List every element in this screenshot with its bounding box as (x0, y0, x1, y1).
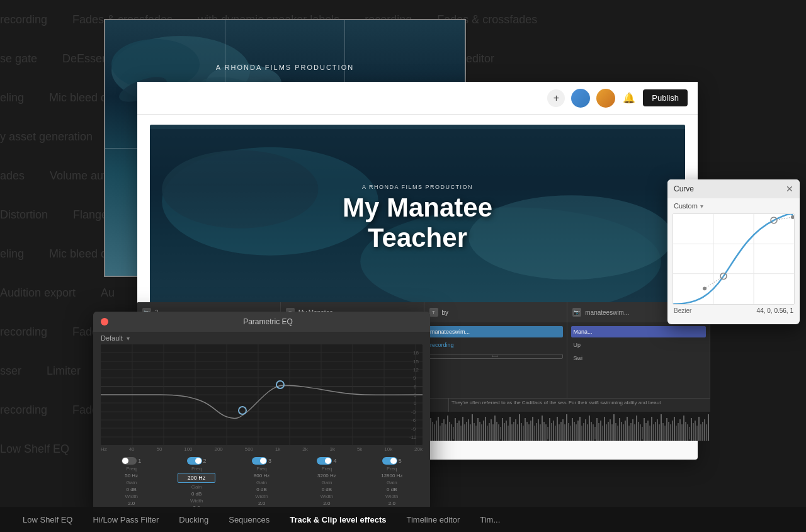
eq-freq-50: 50 (156, 446, 162, 452)
eq-toggle-track[interactable] (122, 457, 137, 465)
svg-rect-293 (659, 424, 660, 441)
eq-freq-value: 3200 Hz (317, 473, 336, 478)
eq-gain-value: 0 dB (322, 487, 332, 492)
tl-clip: recording (428, 339, 563, 351)
svg-text:-9: -9 (411, 426, 416, 432)
eq-toggle-knob (195, 458, 202, 464)
svg-rect-288 (649, 426, 650, 441)
eq-band-num: 1 (138, 458, 141, 464)
eq-freq-label-row: Freq (387, 466, 397, 472)
svg-rect-254 (585, 419, 586, 441)
tl-col-manatee: manateeswim... (585, 309, 629, 316)
eq-freq-200: 200 (214, 446, 222, 452)
tl-col-4: T by (424, 302, 568, 322)
eq-freq-40: 40 (129, 446, 135, 452)
eq-toggle-track[interactable] (382, 457, 397, 465)
nav-timeline-editor[interactable]: Timeline editor (396, 507, 470, 532)
eq-close-button[interactable] (101, 318, 108, 325)
eq-toggle-track[interactable] (317, 457, 332, 465)
eq-freq-1k: 1k (275, 446, 280, 452)
svg-rect-209 (500, 427, 501, 439)
svg-rect-314 (698, 417, 700, 441)
eq-freq-value: 800 Hz (254, 473, 270, 478)
svg-rect-192 (468, 419, 469, 441)
eq-band-1: 1 Freq 50 Hz Gain 0 dB Width 2.0 (101, 457, 162, 511)
yt-video-title-overlay: A RHONDA FILMS PRODUCTION My ManateeTeac… (343, 184, 492, 254)
svg-rect-282 (638, 422, 639, 441)
eq-freq-5k: 5k (357, 446, 362, 452)
yt-avatar-2 (596, 89, 615, 108)
tl-track-4: Mana... Up Swi (567, 322, 711, 398)
svg-rect-188 (460, 426, 462, 441)
svg-rect-295 (662, 423, 664, 441)
svg-rect-255 (587, 424, 588, 441)
svg-text:6: 6 (414, 384, 417, 390)
curve-coords: 44, 0, 0.56, 1 (757, 307, 793, 314)
svg-rect-177 (440, 426, 441, 441)
svg-rect-287 (647, 421, 649, 441)
svg-rect-231 (542, 416, 543, 441)
tl-track-3: manateeswim... recording ⟺ (424, 322, 567, 398)
nav-low-shelf-eq[interactable]: Low Shelf EQ (13, 507, 83, 532)
svg-rect-292 (657, 419, 658, 441)
svg-rect-214 (509, 417, 511, 441)
svg-rect-286 (645, 423, 647, 441)
nav-sequences[interactable]: Sequences (219, 507, 280, 532)
svg-rect-227 (534, 426, 535, 441)
nav-ducking[interactable]: Ducking (169, 507, 219, 532)
eq-band-num: 2 (203, 458, 207, 464)
eq-window: Parametric EQ Default ▾ (93, 312, 430, 513)
eq-freq-hz: Hz (101, 446, 107, 452)
eq-toggle-knob (122, 458, 128, 464)
svg-rect-355 (673, 214, 794, 304)
curve-close-button[interactable]: ✕ (786, 184, 793, 194)
eq-freq-row: Hz 40 50 100 200 500 1k 2k 3k 5k 10k 20k (93, 445, 430, 453)
eq-grid-svg: 18 15 12 9 6 3 0 -3 -6 -9 -12 (101, 344, 423, 445)
svg-rect-280 (634, 424, 635, 441)
curve-preset-dropdown[interactable]: Custom ▾ (667, 198, 800, 213)
svg-rect-200 (483, 421, 484, 441)
svg-rect-193 (470, 424, 471, 441)
eq-width-value: 2.0 (258, 501, 265, 506)
eq-band-4-toggle[interactable]: 4 (317, 457, 336, 465)
svg-rect-263 (602, 426, 603, 441)
yt-bell-icon[interactable]: 🔔 (622, 91, 637, 106)
svg-rect-315 (700, 424, 701, 441)
svg-rect-277 (628, 426, 630, 441)
yt-video-subtitle: A RHONDA FILMS PRODUCTION (343, 184, 492, 190)
eq-gain-value: 0 dB (191, 491, 202, 497)
eq-band-1-toggle[interactable]: 1 (122, 457, 141, 465)
nav-hilow-pass[interactable]: Hi/Low Pass Filter (83, 507, 169, 532)
eq-band-3-toggle[interactable]: 3 (252, 457, 271, 465)
svg-rect-272 (619, 418, 620, 441)
eq-width-label: Width (125, 494, 137, 499)
eq-freq-label-row: Freq (322, 466, 332, 472)
svg-rect-279 (632, 419, 633, 441)
svg-rect-173 (432, 422, 433, 441)
eq-toggle-track[interactable] (252, 457, 267, 465)
svg-rect-246 (570, 426, 571, 441)
svg-text:-12: -12 (409, 434, 417, 440)
yt-header: + 🔔 Publish (137, 82, 698, 115)
eq-toggle-track[interactable] (187, 457, 202, 465)
eq-band-2-toggle[interactable]: 2 (187, 457, 207, 465)
eq-band-5-toggle[interactable]: 5 (382, 457, 402, 465)
eq-freq-500: 500 (245, 446, 253, 452)
curve-bottom: Bezier 44, 0, 0.56, 1 (667, 305, 800, 317)
nav-track-clip-effects[interactable]: Track & Clip level effects (280, 507, 396, 532)
svg-rect-191 (466, 422, 467, 441)
yt-publish-button[interactable]: Publish (643, 89, 688, 106)
eq-band-2-freq-input[interactable] (178, 473, 215, 483)
svg-rect-237 (553, 421, 554, 441)
yt-add-button[interactable]: + (547, 89, 565, 107)
svg-rect-184 (453, 427, 454, 439)
svg-rect-249 (576, 424, 577, 441)
nav-tim[interactable]: Tim... (470, 507, 510, 532)
tl-subtitle-3: They're often referred to as the Cadilla… (449, 399, 710, 412)
svg-rect-278 (630, 423, 632, 441)
svg-rect-269 (613, 414, 615, 441)
tl-clip: manateeswim... (428, 326, 563, 337)
svg-rect-300 (672, 421, 673, 441)
svg-rect-301 (674, 417, 675, 441)
eq-preset-label: Default (101, 334, 123, 342)
